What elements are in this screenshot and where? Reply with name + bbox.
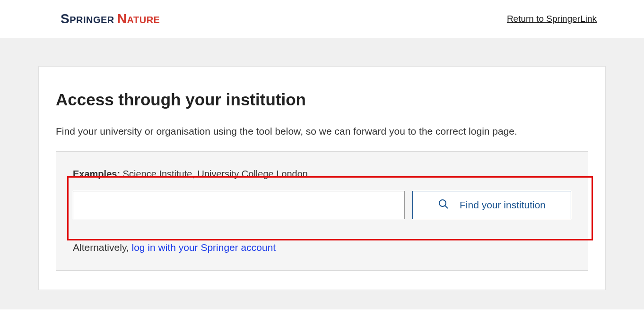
description-text: Find your university or organisation usi… [56, 124, 588, 138]
springer-nature-logo: SpringerNature [61, 11, 160, 26]
find-institution-button[interactable]: Find your institution [412, 191, 571, 219]
institution-access-card: Access through your institution Find you… [38, 66, 606, 290]
logo-nature-text: Nature [117, 11, 160, 26]
header: SpringerNature Return to SpringerLink [0, 0, 644, 38]
main-background: Access through your institution Find you… [0, 38, 644, 309]
examples-text: Science Institute, University College Lo… [120, 169, 308, 179]
search-icon [438, 198, 449, 212]
examples-label: Examples: [73, 169, 120, 179]
return-to-springerlink-link[interactable]: Return to SpringerLink [507, 14, 597, 24]
find-button-label: Find your institution [460, 199, 546, 211]
alternative-login-row: Alternatively, log in with your Springer… [73, 242, 571, 253]
springer-account-login-link[interactable]: log in with your Springer account [132, 242, 276, 253]
search-row: Find your institution [73, 191, 571, 219]
institution-search-input[interactable] [73, 191, 405, 219]
search-panel: Examples: Science Institute, University … [56, 151, 588, 271]
logo-springer-text: Springer [61, 11, 114, 26]
alternatively-text: Alternatively, [73, 242, 132, 253]
svg-point-0 [439, 200, 446, 206]
svg-line-1 [445, 206, 448, 208]
examples-row: Examples: Science Institute, University … [73, 169, 571, 180]
page-title: Access through your institution [56, 90, 588, 109]
